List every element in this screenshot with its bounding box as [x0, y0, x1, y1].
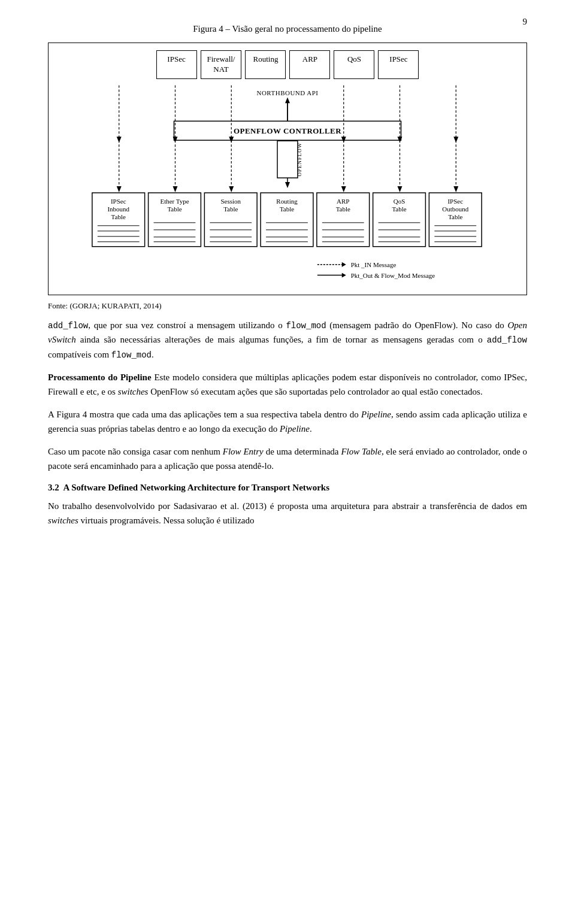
- pipeline-box-arp: ARP: [289, 50, 330, 79]
- svg-marker-87: [342, 262, 346, 266]
- svg-text:Inbound: Inbound: [107, 205, 129, 213]
- svg-text:IPSec: IPSec: [447, 198, 463, 205]
- svg-text:ARP: ARP: [337, 198, 349, 205]
- svg-text:OPENFLOW CONTROLLER: OPENFLOW CONTROLLER: [234, 126, 341, 135]
- svg-text:Pkt_Out & Flow_Mod Message: Pkt_Out & Flow_Mod Message: [351, 271, 435, 278]
- page-number: 9: [523, 17, 528, 27]
- svg-text:Table: Table: [111, 213, 126, 220]
- diagram: IPSec Firewall/NAT Routing ARP QoS IPSec…: [48, 43, 527, 295]
- paragraph-3: A Figura 4 mostra que cada uma das aplic…: [48, 407, 527, 436]
- pipeline-box-ipsec1: IPSec: [156, 50, 197, 79]
- svg-marker-30: [341, 186, 346, 192]
- svg-marker-10: [285, 182, 290, 188]
- svg-marker-26: [172, 186, 177, 192]
- pipeline-row: IPSec Firewall/NAT Routing ARP QoS IPSec: [55, 50, 520, 79]
- fonte-line: Fonte: (GORJA; KURAPATI, 2014): [48, 301, 527, 311]
- svg-marker-34: [453, 186, 458, 192]
- paragraph-1: add_flow, que por sua vez constroí a men…: [48, 318, 527, 362]
- section-heading: 3.2 A Software Defined Networking Archit…: [48, 483, 527, 493]
- svg-text:Table: Table: [336, 205, 350, 213]
- svg-marker-28: [229, 186, 234, 192]
- diagram-svg: NORTHBOUND API OPENFLOW CONTROLLER OPENF…: [55, 85, 520, 289]
- svg-text:Outbound: Outbound: [442, 205, 468, 213]
- svg-rect-7: [277, 141, 298, 178]
- svg-text:OPENFLOW: OPENFLOW: [296, 142, 302, 176]
- last-paragraph: No trabalho desenvolvolvido por Sadasiva…: [48, 499, 527, 528]
- svg-marker-32: [398, 186, 402, 192]
- paragraph-4: Caso um pacote não consiga casar com nen…: [48, 444, 527, 473]
- svg-text:Routing: Routing: [276, 198, 298, 205]
- pipeline-box-routing: Routing: [245, 50, 286, 79]
- svg-marker-90: [342, 272, 346, 277]
- svg-text:Pkt _IN Message: Pkt _IN Message: [351, 260, 397, 268]
- svg-marker-24: [117, 186, 122, 192]
- svg-text:Table: Table: [280, 205, 294, 213]
- svg-text:Table: Table: [167, 205, 181, 213]
- pipeline-box-qos: QoS: [334, 50, 374, 79]
- pipeline-box-firewall-nat: Firewall/NAT: [201, 50, 242, 79]
- figure-title: Figura 4 – Visão geral no processamento …: [48, 24, 527, 34]
- svg-text:NORTHBOUND API: NORTHBOUND API: [257, 89, 319, 96]
- pipeline-box-ipsec2: IPSec: [378, 50, 419, 79]
- svg-text:Table: Table: [223, 205, 238, 213]
- svg-text:Session: Session: [220, 198, 241, 205]
- svg-text:IPSec: IPSec: [111, 198, 126, 205]
- svg-text:Table: Table: [448, 213, 462, 220]
- paragraph-2: Processamento do Pipeline Este modelo co…: [48, 370, 527, 399]
- svg-text:Table: Table: [392, 205, 406, 213]
- svg-text:QoS: QoS: [394, 198, 405, 205]
- svg-text:Ether Type: Ether Type: [160, 198, 189, 205]
